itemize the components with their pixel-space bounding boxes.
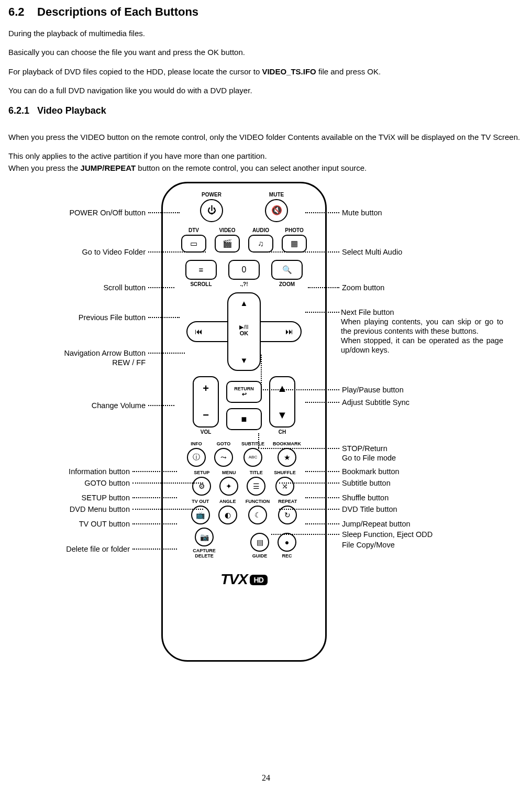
- leader: [132, 497, 177, 498]
- text: For playback of DVD files copied to the …: [8, 67, 262, 76]
- paragraph: You can do a full DVD navigation like yo…: [8, 85, 524, 96]
- video-label: VIDEO: [219, 227, 235, 233]
- leader: [279, 509, 339, 510]
- ann-dvdmenu: DVD Menu button: [0, 505, 130, 514]
- ann-info: Information button: [0, 467, 130, 476]
- mute-label: MUTE: [269, 192, 284, 198]
- dtv-button[interactable]: ▭: [181, 235, 206, 253]
- scroll-button[interactable]: ≡: [185, 260, 217, 280]
- zero-button[interactable]: 0: [228, 260, 260, 280]
- subsection-num: 6.2.1: [8, 105, 29, 116]
- vol-rocker[interactable]: +−: [193, 376, 219, 428]
- ann-multi: Select Multi Audio: [342, 247, 452, 257]
- leader: [132, 523, 177, 524]
- leader: [132, 549, 177, 550]
- leader: [305, 471, 339, 472]
- leader: [261, 355, 262, 389]
- title-button[interactable]: ☰: [247, 477, 265, 496]
- ann-video: Go to Video Folder: [15, 247, 146, 257]
- numsym-label: .,?!: [240, 281, 248, 287]
- ann-copy: File Copy/Move: [342, 540, 473, 550]
- section-title: Descriptions of Each Buttons: [37, 5, 198, 18]
- leader: [305, 497, 339, 498]
- paragraph: During the playback of multimedia files.: [8, 28, 524, 39]
- angle-button[interactable]: ◐: [218, 506, 237, 524]
- setup-label: SETUP: [194, 470, 209, 475]
- video-button[interactable]: 🎬: [215, 235, 240, 253]
- text: button on the remote control, you can se…: [136, 163, 367, 172]
- leader: [148, 251, 206, 253]
- play-ok-center[interactable]: ▶/II: [239, 324, 248, 330]
- ann-adjsub: Adjust Subtitle Sync: [342, 398, 473, 407]
- ann-power: POWER On/Off button: [15, 208, 146, 217]
- ann-stop: STOP/Return Go to File mode: [342, 444, 473, 463]
- guide-button[interactable]: ▤: [250, 533, 269, 552]
- ch-label: CH: [279, 429, 286, 435]
- ann-volume: Change Volume: [15, 401, 146, 410]
- page: 6.2 Descriptions of Each Buttons During …: [0, 0, 532, 789]
- scroll-label: SCROLL: [190, 281, 212, 287]
- ann-zoom: Zoom button: [342, 283, 452, 292]
- ok-center: OK: [240, 330, 249, 336]
- setup-button[interactable]: ⚙: [192, 477, 211, 496]
- stop-button[interactable]: ■: [226, 408, 262, 430]
- audio-button[interactable]: ♫: [248, 235, 273, 253]
- audio-label: AUDIO: [252, 227, 269, 233]
- logo: TVXHD: [163, 571, 325, 588]
- paragraph: For playback of DVD files copied to the …: [8, 67, 524, 77]
- prev-button[interactable]: ⏮: [195, 327, 203, 336]
- tvout-label: TV OUT: [192, 499, 209, 504]
- up-button[interactable]: ▲: [240, 299, 248, 308]
- info-button[interactable]: ⓘ: [187, 448, 206, 467]
- ch-rocker[interactable]: ▲▼: [269, 376, 295, 428]
- function-label: FUNCTION: [246, 499, 270, 504]
- leader: [271, 534, 339, 535]
- bookmark-label: BOOKMARK: [273, 441, 301, 446]
- capture-delete-button[interactable]: 📷: [195, 528, 214, 546]
- leader: [148, 353, 185, 354]
- vol-label: VOL: [201, 429, 212, 435]
- goto-label: GOTO: [217, 441, 230, 446]
- text: When you press the: [8, 163, 81, 172]
- leader: [305, 312, 339, 313]
- capdel-label: CAPTURE DELETE: [193, 548, 216, 558]
- page-number: 24: [0, 773, 532, 783]
- ann-bookmark: Bookmark button: [342, 467, 473, 476]
- subsection-title: Video Playback: [37, 105, 106, 116]
- ann-next: Next File button When playing contents, …: [341, 308, 503, 355]
- rec-button[interactable]: ●: [278, 533, 296, 552]
- photo-button[interactable]: ▦: [282, 235, 307, 253]
- subtitle-button[interactable]: ABC: [243, 448, 262, 467]
- rec-label: REC: [282, 553, 292, 558]
- down-button[interactable]: ▼: [240, 356, 248, 365]
- next-button[interactable]: ⏭: [285, 327, 293, 336]
- info-label: INFO: [191, 441, 202, 446]
- leader: [258, 433, 259, 448]
- leader: [148, 317, 180, 318]
- paragraph: Basically you can choose the file you wa…: [8, 47, 524, 58]
- mute-cell: MUTE 🔇: [265, 192, 288, 222]
- menu-button[interactable]: ✦: [219, 477, 238, 496]
- leader: [258, 448, 339, 449]
- leader: [148, 287, 174, 288]
- goto-button[interactable]: ⤳: [214, 448, 233, 467]
- text: Navigation Arrow Button: [64, 349, 146, 357]
- ann-tvout: TV OUT button: [0, 519, 130, 529]
- power-label: POWER: [202, 192, 221, 198]
- zoom-button[interactable]: 🔍: [271, 260, 303, 280]
- shuffle-button[interactable]: ⤨: [275, 477, 294, 496]
- return-button[interactable]: RETURN↩: [226, 381, 262, 403]
- ann-dvdtitle: DVD Title button: [342, 505, 473, 514]
- ann-play: Play/Pause button: [342, 385, 473, 394]
- ann-sleep: Sleep Function, Eject ODD: [342, 530, 489, 539]
- ann-subtitle: Subtitle button: [342, 478, 473, 488]
- mute-button[interactable]: 🔇: [265, 199, 288, 222]
- function-button[interactable]: ☾: [248, 506, 267, 524]
- leader: [132, 509, 203, 510]
- leader: [261, 251, 339, 253]
- bookmark-button[interactable]: ★: [278, 448, 296, 467]
- leader: [305, 402, 339, 403]
- section-heading: 6.2 Descriptions of Each Buttons: [8, 5, 524, 19]
- bold-text: VIDEO_TS.IFO: [262, 67, 316, 76]
- power-button[interactable]: ⏻: [200, 199, 223, 222]
